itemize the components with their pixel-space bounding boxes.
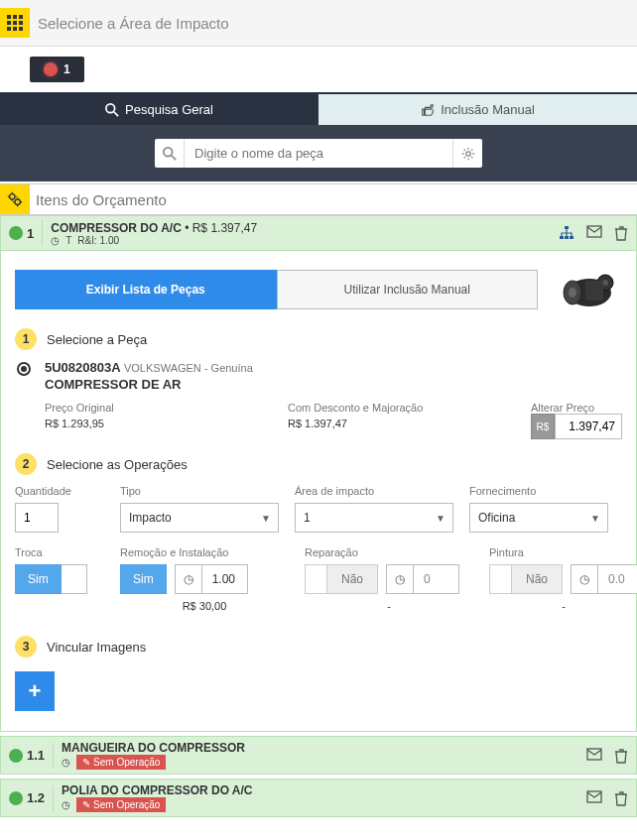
gear-icon	[461, 147, 475, 161]
svg-point-14	[10, 194, 15, 199]
qty-input[interactable]	[15, 503, 59, 533]
field-tipo: Tipo Impacto ▼	[120, 485, 279, 533]
field-pintura: Pintura Não ◷ 0.0 -	[489, 546, 637, 612]
mail-icon[interactable]	[586, 748, 602, 764]
step-badge: 1	[15, 328, 37, 350]
operations-grid-2: Troca Sim Remoção e Instalação Sim ◷ 1.0…	[15, 546, 622, 612]
indicator-number: 1	[64, 62, 70, 76]
page-title: Selecione a Área de Impacto	[38, 15, 229, 32]
item-1-2-header[interactable]: 1.2 POLIA DO COMPRESSOR DO A/C Sem Opera…	[0, 779, 637, 817]
field-quantidade: Quantidade	[15, 485, 104, 533]
time-reparacao[interactable]: ◷ 0	[386, 564, 459, 594]
tab-inclusao-manual[interactable]: Inclusão Manual	[318, 94, 637, 125]
toggle-troca[interactable]: Sim	[15, 564, 104, 594]
toggle-nao: Não	[511, 564, 563, 594]
toggle-sim: Sim	[15, 564, 62, 594]
search-settings-button[interactable]	[452, 139, 482, 168]
main-tabs: Pesquisa Geral Inclusão Manual	[0, 92, 637, 125]
col-preco-original: Preço Original R$ 1.293,95	[45, 402, 278, 439]
hierarchy-icon[interactable]	[559, 225, 574, 241]
step-badge: 3	[15, 636, 37, 658]
clock-icon	[62, 757, 70, 768]
toggle-spacer	[489, 564, 511, 594]
svg-rect-4	[13, 21, 17, 25]
clock-icon: ◷	[386, 564, 414, 594]
clock-icon: ◷	[175, 564, 202, 594]
svg-rect-3	[7, 21, 11, 25]
subtab-label: Exibir Lista de Peças	[86, 283, 205, 297]
step-badge: 2	[15, 453, 37, 475]
plus-icon: +	[29, 678, 42, 704]
toggle-reparacao[interactable]: Não	[305, 564, 378, 594]
trash-icon[interactable]	[614, 790, 628, 806]
subtab-lista-pecas[interactable]: Exibir Lista de Peças	[15, 270, 277, 309]
pint-sub: -	[489, 600, 637, 612]
mail-icon[interactable]	[586, 225, 602, 241]
item-meta: T R&I: 1.00	[51, 235, 559, 246]
field-fornecimento: Fornecimento Oficina ▼	[469, 485, 608, 533]
time-pintura[interactable]: ◷ 0.0	[571, 564, 637, 594]
search-icon	[105, 103, 119, 117]
item-title-block: COMPRESSOR DO A/C • R$ 1.397,47 T R&I: 1…	[51, 221, 559, 246]
sem-operacao-badge: Sem Operação	[76, 797, 166, 812]
item-number: 1.2	[27, 790, 45, 805]
add-image-button[interactable]: +	[15, 671, 55, 711]
svg-rect-5	[19, 21, 23, 25]
trash-icon[interactable]	[614, 225, 628, 241]
svg-point-11	[163, 147, 172, 156]
select-fornecimento[interactable]: Oficina ▼	[469, 503, 608, 533]
field-label: Reparação	[305, 546, 473, 558]
toggle-remi[interactable]: Sim	[120, 564, 167, 594]
clock-icon: ◷	[571, 564, 598, 594]
item-bullet: •	[185, 221, 192, 235]
item-meta: Sem Operação	[62, 755, 586, 770]
search-icon-button[interactable]	[155, 139, 185, 168]
toggle-spacer	[305, 564, 326, 594]
select-area[interactable]: 1 ▼	[295, 503, 453, 533]
item-actions	[586, 748, 628, 764]
mail-icon[interactable]	[586, 790, 602, 806]
field-remocao-instalacao: Remoção e Instalação Sim ◷ 1.00 R$ 30,00	[120, 546, 289, 612]
price-input[interactable]	[555, 414, 622, 439]
step-3-row: 3 Vincular Imagens	[15, 636, 622, 658]
item-1-header[interactable]: 1 COMPRESSOR DO A/C • R$ 1.397,47 T R&I:…	[0, 215, 637, 251]
subtab-label: Utilizar Inclusão Manual	[344, 283, 470, 297]
field-label: Fornecimento	[469, 485, 608, 497]
gears-icon	[0, 184, 30, 214]
rep-sub: -	[305, 600, 473, 612]
search-icon	[163, 147, 177, 161]
price-label: Alterar Preço	[531, 402, 622, 414]
select-tipo[interactable]: Impacto ▼	[120, 503, 279, 533]
tab-pesquisa-geral[interactable]: Pesquisa Geral	[0, 94, 318, 125]
field-troca: Troca Sim	[15, 546, 104, 612]
red-dot-icon	[44, 62, 58, 76]
svg-line-10	[114, 111, 118, 115]
impact-indicator[interactable]: 1	[30, 57, 84, 82]
clock-icon	[62, 799, 70, 810]
col-desconto: Com Desconto e Majoração R$ 1.397,47	[288, 402, 521, 439]
item-title-block: MANGUEIRA DO COMPRESSOR Sem Operação	[62, 741, 586, 770]
trash-icon[interactable]	[614, 748, 628, 764]
item-number: 1.1	[27, 748, 45, 763]
toggle-sim: Sim	[120, 564, 167, 594]
part-radio[interactable]	[17, 362, 31, 376]
search-input[interactable]	[185, 139, 452, 168]
subtabs: Exibir Lista de Peças Utilizar Inclusão …	[15, 265, 622, 314]
step-label: Selecione a Peça	[47, 332, 147, 347]
item-1-1-header[interactable]: 1.1 MANGUEIRA DO COMPRESSOR Sem Operação	[0, 736, 637, 775]
section-header: Itens do Orçamento	[0, 183, 637, 215]
header-bar: Selecione a Área de Impacto	[0, 0, 637, 47]
time-value: 1.00	[202, 564, 248, 594]
part-row: 5U0820803A VOLKSWAGEN - Genuína COMPRESS…	[17, 360, 622, 439]
toggle-pintura[interactable]: Não	[489, 564, 563, 594]
col-alterar-preco: Alterar Preço R$	[531, 402, 622, 439]
item-actions	[559, 225, 628, 241]
divider	[42, 220, 43, 246]
grid-icon	[0, 8, 30, 38]
subtab-inclusao-manual[interactable]: Utilizar Inclusão Manual	[277, 270, 539, 309]
svg-rect-18	[565, 236, 569, 239]
time-remi[interactable]: ◷ 1.00	[175, 564, 248, 594]
step-label: Selecione as Operações	[47, 457, 188, 472]
field-label: Área de impacto	[295, 485, 453, 497]
divider	[53, 785, 54, 811]
